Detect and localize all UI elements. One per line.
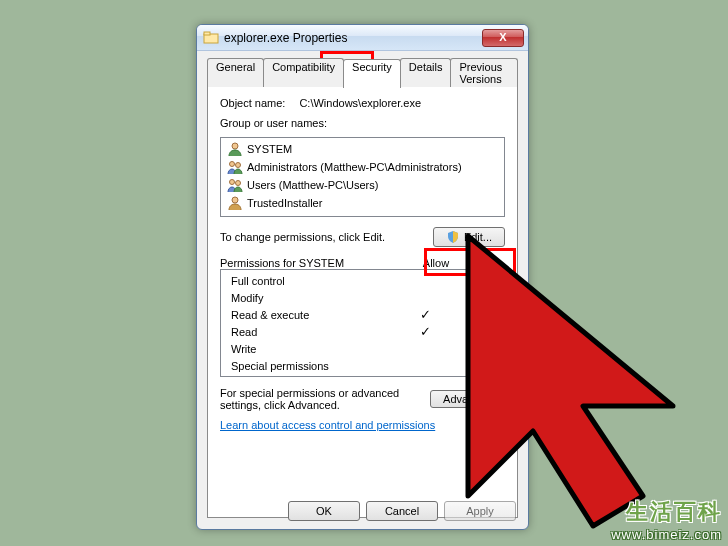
group-item-label: TrustedInstaller: [247, 197, 322, 209]
deny-column-header: Deny: [459, 257, 505, 269]
svg-point-4: [236, 163, 241, 168]
titlebar[interactable]: explorer.exe Properties X: [197, 25, 528, 51]
users-icon: [227, 159, 243, 175]
permission-name: Read: [231, 326, 402, 338]
group-item-users[interactable]: Users (Matthew-PC\Users): [221, 176, 504, 194]
window-title: explorer.exe Properties: [224, 31, 482, 45]
tab-security[interactable]: Security: [343, 59, 401, 88]
permission-name: Special permissions: [231, 360, 402, 372]
group-item-system[interactable]: SYSTEM: [221, 140, 504, 158]
properties-dialog: explorer.exe Properties X General Compat…: [196, 24, 529, 530]
permission-row: Read ✓: [221, 323, 504, 340]
svg-point-5: [230, 180, 235, 185]
permissions-for-label: Permissions for SYSTEM: [220, 257, 413, 269]
dialog-footer: OK Cancel Apply: [288, 501, 516, 521]
edit-row: To change permissions, click Edit. Edit.…: [220, 227, 505, 247]
shield-icon: [446, 230, 460, 244]
advanced-button[interactable]: Advanced: [430, 390, 505, 408]
permission-allow: ✓: [402, 324, 448, 339]
edit-button-label: Edit...: [464, 231, 492, 243]
permission-name: Read & execute: [231, 309, 402, 321]
svg-point-3: [230, 162, 235, 167]
cancel-button[interactable]: Cancel: [366, 501, 438, 521]
group-label: Group or user names:: [220, 117, 505, 129]
watermark-line1: 生活百科: [611, 497, 722, 527]
dialog-body: General Compatibility Security Details P…: [197, 51, 528, 529]
permission-row: Read & execute ✓: [221, 306, 504, 323]
group-item-label: Administrators (Matthew-PC\Administrator…: [247, 161, 462, 173]
change-permissions-hint: To change permissions, click Edit.: [220, 231, 385, 243]
object-name-label: Object name:: [220, 97, 285, 109]
group-item-trustedinstaller[interactable]: TrustedInstaller: [221, 194, 504, 212]
app-icon: [203, 30, 219, 46]
group-item-label: SYSTEM: [247, 143, 292, 155]
apply-button[interactable]: Apply: [444, 501, 516, 521]
installer-icon: [227, 195, 243, 211]
tab-compatibility[interactable]: Compatibility: [263, 58, 344, 87]
users-icon: [227, 177, 243, 193]
permissions-header: Permissions for SYSTEM Allow Deny: [220, 257, 505, 269]
learn-link[interactable]: Learn about access control and permissio…: [220, 419, 435, 431]
allow-column-header: Allow: [413, 257, 459, 269]
advanced-row: For special permissions or advanced sett…: [220, 387, 505, 411]
permission-row: Modify: [221, 289, 504, 306]
tab-details[interactable]: Details: [400, 58, 452, 87]
watermark: 生活百科 www.bimeiz.com: [611, 497, 722, 542]
watermark-line2: www.bimeiz.com: [611, 527, 722, 542]
group-user-list[interactable]: SYSTEM Administrators (Matthew-PC\Admini…: [220, 137, 505, 217]
svg-point-7: [232, 197, 238, 203]
tab-previous-versions[interactable]: Previous Versions: [450, 58, 518, 87]
permission-row: Write: [221, 340, 504, 357]
permission-name: Modify: [231, 292, 402, 304]
group-item-label: Users (Matthew-PC\Users): [247, 179, 378, 191]
permission-allow: ✓: [402, 307, 448, 322]
user-icon: [227, 141, 243, 157]
svg-point-6: [236, 181, 241, 186]
edit-button[interactable]: Edit...: [433, 227, 505, 247]
ok-button[interactable]: OK: [288, 501, 360, 521]
tab-strip: General Compatibility Security Details P…: [207, 57, 518, 86]
svg-rect-1: [204, 32, 210, 35]
object-name-row: Object name: C:\Windows\explorer.exe: [220, 97, 505, 109]
tab-general[interactable]: General: [207, 58, 264, 87]
permission-name: Full control: [231, 275, 402, 287]
group-item-administrators[interactable]: Administrators (Matthew-PC\Administrator…: [221, 158, 504, 176]
close-button[interactable]: X: [482, 29, 524, 47]
permissions-list[interactable]: Full control Modify Read & execute ✓ Rea…: [220, 269, 505, 377]
tab-panel-security: Object name: C:\Windows\explorer.exe Gro…: [207, 86, 518, 518]
object-name-value: C:\Windows\explorer.exe: [299, 97, 421, 109]
permission-name: Write: [231, 343, 402, 355]
permission-row: Special permissions: [221, 357, 504, 374]
advanced-hint: For special permissions or advanced sett…: [220, 387, 410, 411]
permission-row: Full control: [221, 272, 504, 289]
svg-point-2: [232, 143, 238, 149]
